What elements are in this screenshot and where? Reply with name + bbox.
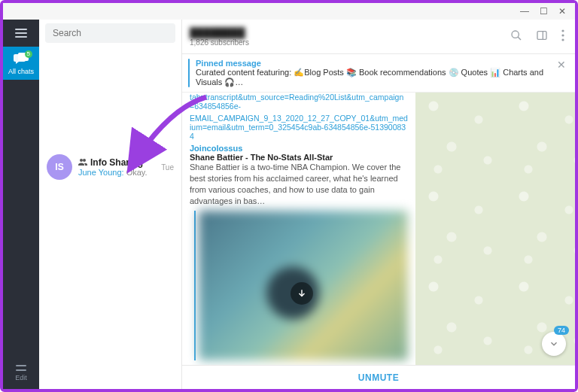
link-card-title[interactable]: Shane Battier - The No-Stats All-Star [190,153,408,162]
chat-name: Info Sharing [90,157,143,168]
conversation-subscribers: 1,826 subscribers [190,38,500,47]
avatar: IS [47,154,72,180]
svg-line-2 [518,37,521,40]
pin-accent-bar [188,59,190,87]
conversation-pane: ████████ 1,826 subscribers Pinned messag… [182,20,575,389]
conversation-title[interactable]: ████████ [190,27,500,38]
chat-list-item[interactable]: IS Info Sharing June Young: Okay. Tue [39,148,181,186]
svg-point-6 [561,34,564,36]
scroll-to-bottom-button[interactable]: 74 [542,332,566,356]
pinned-message[interactable]: Pinned message Curated content featuring… [182,54,575,93]
close-icon[interactable]: ✕ [555,59,567,71]
svg-rect-3 [537,31,546,39]
window-minimize[interactable]: — [520,7,529,16]
unmute-button[interactable]: UNMUTE [182,365,575,389]
download-icon[interactable] [291,282,313,305]
sidebar-toggle-icon[interactable] [533,26,551,47]
link-card-image[interactable] [194,211,408,360]
rail-tab-allchats[interactable]: 5 All chats [3,47,39,80]
svg-point-1 [512,31,519,38]
pinned-text: Curated content featuring: ✍️Blog Posts … [196,68,549,87]
search-icon[interactable] [507,26,525,47]
message-link[interactable]: tab=transcript&utm_source=Reading%20List… [182,93,415,114]
preview-text: Okay. [124,168,148,177]
window-close[interactable]: ✕ [558,7,566,16]
svg-point-5 [561,29,564,32]
window-maximize[interactable]: ☐ [540,7,548,16]
svg-point-7 [561,38,564,41]
unread-badge: 5 [25,50,32,58]
rail-edit-label: Edit [3,374,39,381]
chat-list-pane: IS Info Sharing June Young: Okay. Tue [39,20,182,389]
rail-tab-label: All chats [3,68,39,75]
pinned-label: Pinned message [196,59,549,68]
sliders-icon [15,363,27,372]
chat-background: 74 [415,93,575,365]
preview-sender: June Young: [78,168,124,177]
nav-rail: 5 All chats Edit [3,20,39,389]
chat-icon: 5 [14,53,29,66]
group-icon [78,158,87,167]
chat-time: Tue [161,163,174,172]
menu-button[interactable] [3,20,39,47]
message-link[interactable]: EMAIL_CAMPAIGN_9_13_2020_12_27_COPY_01&u… [182,114,415,144]
more-icon[interactable] [558,26,567,47]
search-input[interactable] [45,23,175,43]
link-card-desc: Shane Battier is a two-time NBA Champion… [190,162,408,206]
rail-edit-button[interactable]: Edit [3,357,39,389]
unread-count-badge: 74 [554,326,569,335]
link-card-source: Joincolossus [190,144,408,153]
